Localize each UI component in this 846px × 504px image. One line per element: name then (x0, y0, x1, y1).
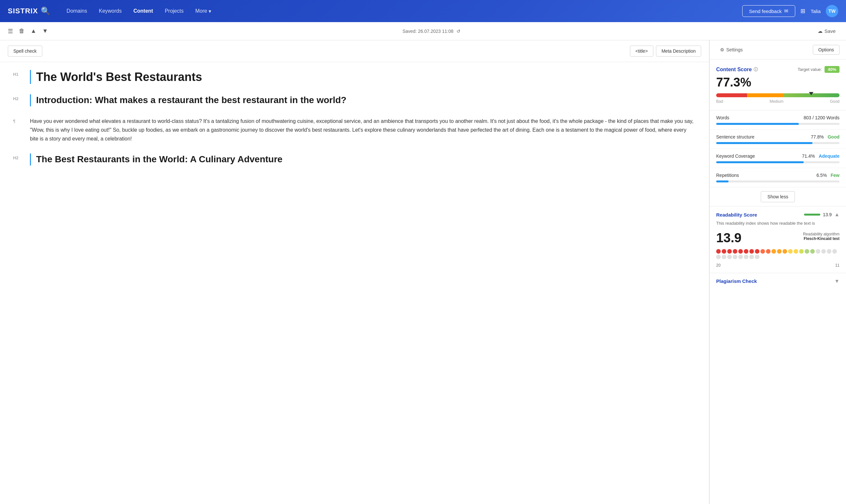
readability-dot (750, 255, 754, 259)
h2-text[interactable]: Introduction: What makes a restaurant th… (30, 94, 696, 106)
plagiarism-title: Plagiarism Check (716, 278, 757, 284)
spell-check-button[interactable]: Spell check (8, 46, 42, 57)
bad-label: Bad (716, 99, 723, 104)
sidebar: ⚙ Settings Options Content Score ⓘ Targe… (709, 40, 846, 504)
show-less-container: Show less (710, 187, 846, 206)
user-name: Talia (811, 8, 821, 14)
repetitions-bar-fill (716, 180, 728, 182)
keyword-metric-header: Keyword Coverage 71.4% Adequate (716, 154, 840, 159)
words-metric-header: Words 803 / 1200 Words (716, 115, 840, 120)
paragraph-label: ¶ (13, 117, 25, 124)
sentence-bar-bg (716, 142, 840, 144)
readability-dot (727, 249, 732, 254)
avatar[interactable]: TW (826, 5, 838, 17)
words-metric: Words 803 / 1200 Words (710, 111, 846, 130)
options-button[interactable]: Options (813, 45, 840, 55)
readability-dot (766, 249, 771, 254)
readability-dot (738, 255, 743, 259)
chevron-up-icon[interactable]: ▲ (29, 26, 38, 36)
score-indicator (809, 92, 813, 95)
readability-dot (772, 249, 776, 254)
keyword-bar-fill (716, 161, 804, 163)
toolbar: ☰ 🗑 ▲ ▼ Saved: 26.07.2023 11:08 ↺ ☁ Save (0, 22, 846, 40)
nav-projects[interactable]: Projects (159, 5, 189, 17)
h1-label: H1 (13, 70, 25, 77)
keyword-metric-value: 71.4% Adequate (802, 154, 840, 159)
readability-dot (810, 249, 815, 254)
nav-more[interactable]: More ▾ (189, 5, 217, 17)
h1-block: H1 The World's Best Restaurants (13, 70, 696, 84)
sentence-metric-header: Sentence structure 77.8% Good (716, 134, 840, 140)
paragraph-content[interactable]: Have you ever wondered what elevates a r… (30, 117, 696, 143)
saved-text: Saved: 26.07.2023 11:08 (403, 29, 453, 34)
title-tag-button[interactable]: <title> (630, 46, 653, 57)
target-badge: 40% (825, 66, 840, 73)
plagiarism-expand-icon[interactable]: ▼ (834, 278, 840, 284)
readability-dot (744, 249, 748, 254)
readability-dot (722, 249, 726, 254)
undo-icon[interactable]: ↺ (457, 29, 460, 34)
navbar: SISTRIX 🔍 Domains Keywords Content Proje… (0, 0, 846, 22)
readability-dot (738, 249, 743, 254)
chevron-down-icon[interactable]: ▼ (41, 26, 50, 36)
h2b-text[interactable]: The Best Restaurants in the World: A Cul… (30, 154, 696, 165)
score-labels: Bad Medium Good (716, 99, 840, 104)
target-label: Target value: (798, 67, 822, 72)
content-score-section: Content Score ⓘ Target value: 40% 77.3% … (710, 59, 846, 111)
grid-icon[interactable]: ⊞ (800, 7, 805, 15)
words-bar-bg (716, 123, 840, 125)
nav-keywords[interactable]: Keywords (93, 5, 127, 17)
score-value: 77.3% (716, 75, 840, 89)
list-icon[interactable]: ☰ (6, 26, 14, 36)
sidebar-header: ⚙ Settings Options (710, 40, 846, 59)
brand: SISTRIX 🔍 (8, 6, 50, 16)
readability-dot (782, 249, 787, 254)
paragraph-text[interactable]: Have you ever wondered what elevates a r… (30, 117, 696, 143)
brand-text: SISTRIX (8, 7, 38, 15)
h2-content[interactable]: Introduction: What makes a restaurant th… (30, 94, 696, 106)
h1-content[interactable]: The World's Best Restaurants (30, 70, 696, 84)
readability-dot (821, 249, 826, 254)
readability-dot (755, 249, 759, 254)
readability-big-score: 13.9 (716, 231, 742, 245)
cloud-icon: ☁ (818, 28, 823, 34)
settings-button[interactable]: ⚙ Settings (716, 45, 810, 54)
words-metric-name: Words (716, 115, 729, 120)
readability-dot (727, 255, 732, 259)
sentence-bar-fill (716, 142, 812, 144)
h2-label: H2 (13, 94, 25, 101)
nav-domains[interactable]: Domains (61, 5, 93, 17)
repetitions-metric-value: 6.5% Few (816, 173, 840, 178)
readability-title: Readability Score (716, 212, 757, 218)
keyword-metric-name: Keyword Coverage (716, 154, 755, 159)
h1-text[interactable]: The World's Best Restaurants (30, 70, 696, 84)
repetitions-metric-header: Repetitions 6.5% Few (716, 173, 840, 178)
readability-dot (744, 255, 748, 259)
scale-max: 11 (835, 263, 840, 268)
keyword-coverage-metric: Keyword Coverage 71.4% Adequate (710, 149, 846, 168)
readability-dot (750, 249, 754, 254)
readability-dot (799, 249, 804, 254)
feedback-button[interactable]: Send feedback ✉ (742, 5, 795, 17)
readability-collapse-icon[interactable]: ▲ (834, 212, 840, 218)
meta-description-button[interactable]: Meta Description (656, 46, 701, 57)
show-less-button[interactable]: Show less (761, 191, 795, 202)
readability-dot (722, 255, 726, 259)
sentence-metric-value: 77.8% Good (811, 134, 840, 140)
readability-dot (733, 255, 737, 259)
score-title: Content Score ⓘ (716, 67, 758, 73)
trash-icon[interactable]: 🗑 (18, 26, 26, 36)
editor-panel: Spell check <title> Meta Description H1 … (0, 40, 709, 504)
h2b-content[interactable]: The Best Restaurants in the World: A Cul… (30, 154, 696, 165)
readability-header: Readability Score 13.9 ▲ (716, 212, 840, 218)
readability-scale: 20 11 (716, 263, 840, 268)
save-button[interactable]: ☁ Save (814, 26, 840, 36)
words-metric-value: 803 / 1200 Words (804, 115, 840, 120)
toolbar-center: Saved: 26.07.2023 11:08 ↺ (53, 29, 810, 34)
readability-dot (827, 249, 831, 254)
readability-bar (804, 214, 820, 216)
editor-content: H1 The World's Best Restaurants H2 Intro… (0, 62, 709, 184)
readability-desc: This readability index shows how readabl… (716, 220, 840, 227)
info-icon[interactable]: ⓘ (754, 67, 758, 73)
nav-content[interactable]: Content (127, 5, 159, 17)
